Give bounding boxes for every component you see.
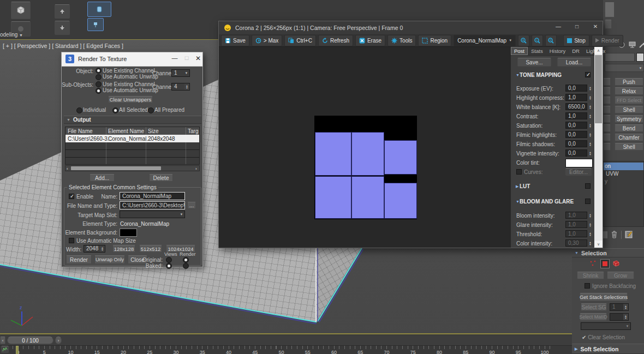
delete-modifier-button[interactable] [611,230,618,239]
tone-save-button[interactable]: Save... [517,58,551,67]
spinner-arrows-icon[interactable]: ▲▼ [100,245,105,252]
time-slider[interactable]: 0 / 100 [7,337,53,344]
spinner-arrows-icon[interactable]: ▲▼ [184,83,189,90]
saturation-spinner[interactable]: 0,0 [565,122,587,129]
modifier-button-stub-6[interactable] [603,124,611,132]
settings-scrollbar[interactable]: ∧ ∨ [594,47,603,248]
delete-button[interactable]: Delete [149,174,173,182]
panel-tab-display[interactable] [628,41,637,50]
spinner-arrows-icon[interactable]: ▲▼ [623,304,628,310]
tone-mapping-header[interactable]: ▼ TONE MAPPING [511,71,594,79]
spinner-arrows-icon[interactable]: ▲▼ [588,131,593,138]
spinner-arrows-icon[interactable]: ▲▼ [588,85,593,92]
vfb-save-button[interactable]: Save [221,35,249,46]
modifier-button-ffd-select[interactable]: FFD Select [615,97,643,104]
modifier-button-shell-2[interactable]: Shell [615,143,643,151]
viewport-label[interactable]: [ + ] [ Perspective ] [ Standard ] [ Edg… [3,43,123,49]
name-field[interactable]: Corona_NormalMap [120,192,185,200]
modifier-button-relax[interactable]: Relax [615,87,643,95]
vfb-maximize-button[interactable]: □ [571,23,582,32]
clear-selection-label[interactable]: ✔ Clear Selection [582,334,625,340]
subobject-face-button[interactable] [600,259,610,268]
spinner-arrows-icon[interactable]: ▲▼ [588,140,593,147]
soft-selection-rollout-header[interactable]: ▶ Soft Selection [572,344,644,354]
vfb-erase-button[interactable]: Erase [355,35,385,46]
ribbon-down-arrow-button[interactable] [55,21,70,35]
tab-dr[interactable]: DR [569,47,583,55]
modifier-button-bend[interactable]: Bend [615,124,643,132]
matid-spinner[interactable]: ▲▼ [610,313,629,321]
highlight-compress-spinner[interactable]: 1,0 [565,94,587,101]
spinner-arrows-icon[interactable]: ▲▼ [588,122,593,129]
modifier-button-stub-1[interactable] [603,78,611,86]
color-tint-swatch[interactable] [565,159,593,167]
modifier-button-stub-2[interactable] [603,87,611,95]
vfb-refresh-button[interactable]: Refresh [318,35,353,46]
lut-header[interactable]: ▶ LUT [511,182,594,190]
shrink-button[interactable]: Shrink [577,272,604,279]
spinner-arrows-icon[interactable]: ▲▼ [588,112,593,119]
filmic-highlights-spinner[interactable]: 0,0 [565,131,587,138]
ribbon-modeling-label[interactable]: odeling ▼ [0,32,23,38]
threshold-spinner[interactable]: 1,0 [565,230,587,237]
scrollbar-thumb[interactable] [595,55,602,123]
ribbon-pin-button-2[interactable] [87,18,104,31]
col-target[interactable]: Targ [188,128,198,134]
vfb-minimize-button[interactable]: — [553,23,564,32]
col-file-name[interactable]: File Name [68,128,93,134]
scroll-left-arrow-icon[interactable]: ‹ [67,166,68,172]
modifier-button-chamfer[interactable]: Chamfer [615,134,643,141]
modifier-button-shell[interactable]: Shell [615,106,643,113]
bloom-glare-checkbox[interactable] [585,199,591,204]
modifier-button-symmetry[interactable]: Symmetry [615,115,643,123]
vfb-title-bar[interactable]: Corona 2 | 256×256px (1:1) | Camera: Fre… [219,21,603,35]
vfb-region-button[interactable]: Region [418,35,451,46]
vfb-to-max-button[interactable]: > Max [252,35,283,46]
named-selection-dropdown[interactable]: ▼ [581,322,631,330]
frame-marker[interactable] [16,346,19,354]
lut-checkbox[interactable] [585,183,591,189]
configure-modifier-sets-button[interactable] [625,230,634,239]
panel-tab-utilities[interactable] [639,41,644,50]
ignore-backfacing-checkbox[interactable] [585,283,590,289]
vfb-zoom-out-button[interactable] [532,35,543,46]
enable-checkbox[interactable] [69,194,74,199]
spinner-arrows-icon[interactable]: ▲▼ [588,94,593,101]
ribbon-pin-button-1[interactable] [87,2,111,17]
tab-stats[interactable]: Stats [528,47,546,55]
grow-button[interactable]: Grow [607,272,634,279]
modifier-button-stub-7[interactable] [603,134,611,141]
spinner-arrows-icon[interactable]: ▲▼ [588,149,593,157]
modifier-list-dropdown[interactable]: ▼ [605,64,644,72]
baked-render-radio[interactable] [183,263,189,269]
element-background-swatch[interactable] [120,229,137,237]
stack-partial-icon[interactable] [603,231,607,238]
select-matid-button[interactable]: Select MatID [580,313,607,321]
panel-top-button[interactable] [605,2,615,17]
spinner-arrows-icon[interactable]: ▲▼ [588,230,593,237]
target-map-slot-dropdown[interactable]: ▼ [120,211,185,218]
ribbon-up-arrow-button[interactable] [55,4,70,19]
modifier-button-stub-5[interactable] [603,115,611,123]
filmic-shadows-spinner[interactable]: 0,0 [565,140,587,147]
ribbon-box-button[interactable] [11,2,31,19]
curves-editor-button[interactable]: Editor... [565,168,592,176]
original-render-radio[interactable] [183,257,189,263]
unwrap-only-button[interactable]: Unwrap Only [94,255,125,264]
vfb-canvas[interactable] [219,47,511,248]
select-sg-button[interactable]: Select SG [581,303,607,311]
col-element-name[interactable]: Element Name [108,128,144,134]
modifier-stack-row-selected[interactable]: on [604,163,643,170]
vfb-tools-button[interactable]: Tools [387,35,416,46]
subobj-use-automatic-radio[interactable] [96,88,102,94]
original-views-radio[interactable] [166,257,172,263]
bloom-glare-header[interactable]: ▼ BLOOM AND GLARE [511,197,594,206]
modifier-stack-row[interactable]: y [604,178,643,185]
object-use-existing-radio[interactable] [96,68,102,74]
col-size[interactable]: Size [148,128,158,134]
bloom-intensity-spinner[interactable]: 1,0 [565,212,587,219]
minimize-button[interactable]: — [170,55,180,63]
object-name-field[interactable] [605,53,635,62]
tab-history[interactable]: History [546,47,569,55]
tab-post[interactable]: Post [511,47,528,55]
